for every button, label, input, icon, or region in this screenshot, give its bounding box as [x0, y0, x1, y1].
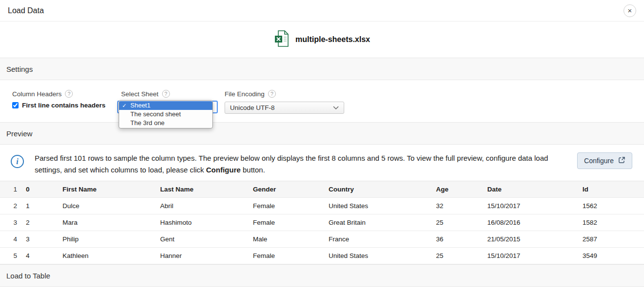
select-sheet-label-row: Select Sheet ? — [121, 90, 170, 98]
table-cell: 25 — [432, 214, 483, 231]
load-to-table-title: Load to Table — [6, 272, 50, 280]
header-cell: 0 — [22, 181, 59, 198]
column-headers-label-row: Column Headers ? — [12, 90, 105, 98]
first-line-headers-checkbox[interactable] — [12, 102, 19, 108]
help-glyph: ? — [165, 91, 167, 97]
table-cell: Hanner — [156, 248, 249, 264]
table-cell: United States — [325, 248, 432, 264]
table-cell: 25 — [432, 248, 483, 264]
file-encoding-select[interactable]: Unicode UTF-8 — [225, 102, 344, 114]
sheet-option-second[interactable]: The second sheet — [119, 110, 212, 119]
file-row: multiple-sheets.xlsx — [0, 21, 644, 58]
sheet-option-third[interactable]: The 3rd one — [119, 119, 212, 128]
table-cell: Mara — [59, 214, 156, 231]
info-text-after: button. — [241, 166, 265, 174]
header-cell: First Name — [59, 181, 156, 198]
configure-button[interactable]: Configure — [577, 152, 632, 169]
header-cell: Country — [325, 181, 432, 198]
sheet-option-label: The second sheet — [130, 110, 181, 118]
table-cell: Gent — [156, 231, 249, 248]
table-cell: 36 — [432, 231, 483, 248]
table-cell: 2 — [22, 214, 59, 231]
table-cell: 4 — [22, 248, 59, 264]
configure-button-label: Configure — [584, 157, 614, 165]
table-cell: Hashimoto — [156, 214, 249, 231]
settings-content: Column Headers ? First line contains hea… — [0, 80, 644, 122]
help-glyph: ? — [67, 91, 70, 97]
file-name: multiple-sheets.xlsx — [295, 35, 370, 44]
file-encoding-group: File Encoding ? Unicode UTF-8 — [225, 90, 344, 114]
load-to-table-section-header: Load to Table — [0, 264, 644, 287]
table-cell: Dulce — [59, 198, 156, 214]
table-cell: 3549 — [579, 248, 644, 264]
preview-table: 1 0 First Name Last Name Gender Country … — [0, 181, 644, 264]
row-number: 2 — [0, 198, 22, 214]
table-header-row: 1 0 First Name Last Name Gender Country … — [0, 181, 644, 198]
select-sheet-group: Select Sheet ? — [121, 90, 170, 98]
table-cell: Male — [249, 231, 325, 248]
page-title: Load Data — [8, 6, 44, 15]
info-icon: i — [11, 155, 24, 168]
file-encoding-value: Unicode UTF-8 — [230, 104, 275, 111]
header-cell: Last Name — [156, 181, 249, 198]
table-row: 4 3 Philip Gent Male France 36 21/05/201… — [0, 231, 644, 248]
file-encoding-label: File Encoding — [225, 90, 265, 98]
info-text-bold: Configure — [206, 166, 241, 174]
info-glyph: i — [16, 157, 18, 166]
close-icon: × — [628, 6, 632, 15]
help-icon[interactable]: ? — [65, 90, 73, 98]
table-cell: 2587 — [579, 231, 644, 248]
preview-section-header: Preview — [0, 122, 644, 145]
help-icon[interactable]: ? — [162, 90, 170, 98]
table-cell: France — [325, 231, 432, 248]
table-cell: Female — [249, 214, 325, 231]
preview-section-title: Preview — [6, 129, 32, 138]
table-cell: Philip — [59, 231, 156, 248]
dialog-header: Load Data × — [0, 0, 644, 21]
sheet-option-label: Sheet1 — [130, 102, 150, 109]
table-row: 2 1 Dulce Abril Female United States 32 … — [0, 198, 644, 214]
table-cell: 3 — [22, 231, 59, 248]
sheet-option-label: The 3rd one — [130, 119, 165, 127]
sheet-dropdown-list: ✓ Sheet1 The second sheet The 3rd one — [119, 100, 213, 128]
table-cell: 32 — [432, 198, 483, 214]
first-line-headers-row: First line contains headers — [12, 102, 105, 109]
table-cell: 1582 — [579, 214, 644, 231]
settings-section-title: Settings — [6, 65, 33, 73]
settings-section-header: Settings — [0, 58, 644, 80]
file-encoding-label-row: File Encoding ? — [225, 90, 344, 98]
table-cell: 16/08/2016 — [483, 214, 579, 231]
preview-info-text: Parsed first 101 rows to sample the colu… — [35, 152, 562, 176]
check-icon: ✓ — [122, 101, 126, 110]
preview-info-row: i Parsed first 101 rows to sample the co… — [0, 145, 644, 181]
table-cell: 15/10/2017 — [483, 198, 579, 214]
row-number: 3 — [0, 214, 22, 231]
header-cell: Date — [483, 181, 579, 198]
select-sheet-label: Select Sheet — [121, 90, 159, 98]
table-cell: 1562 — [579, 198, 644, 214]
row-number: 1 — [0, 181, 22, 198]
open-external-icon — [618, 156, 625, 165]
table-row: 3 2 Mara Hashimoto Female Great Britain … — [0, 214, 644, 231]
chevron-down-icon — [333, 104, 339, 111]
table-cell: Kathleen — [59, 248, 156, 264]
sheet-option-sheet1[interactable]: ✓ Sheet1 — [119, 101, 212, 110]
table-cell: Great Britain — [325, 214, 432, 231]
help-icon[interactable]: ? — [268, 90, 276, 98]
table-cell: 21/05/2015 — [483, 231, 579, 248]
table-row: 5 4 Kathleen Hanner Female United States… — [0, 248, 644, 264]
table-cell: 1 — [22, 198, 59, 214]
header-cell: Age — [432, 181, 483, 198]
header-cell: Gender — [249, 181, 325, 198]
excel-file-icon — [274, 30, 290, 49]
header-cell: Id — [579, 181, 644, 198]
table-cell: 15/10/2017 — [483, 248, 579, 264]
close-button[interactable]: × — [623, 4, 636, 17]
table-cell: Female — [249, 248, 325, 264]
help-glyph: ? — [270, 91, 273, 97]
column-headers-group: Column Headers ? First line contains hea… — [12, 90, 105, 109]
first-line-headers-label: First line contains headers — [22, 102, 105, 109]
column-headers-label: Column Headers — [12, 90, 62, 98]
row-number: 4 — [0, 231, 22, 248]
info-text-before: Parsed first 101 rows to sample the colu… — [35, 154, 548, 174]
